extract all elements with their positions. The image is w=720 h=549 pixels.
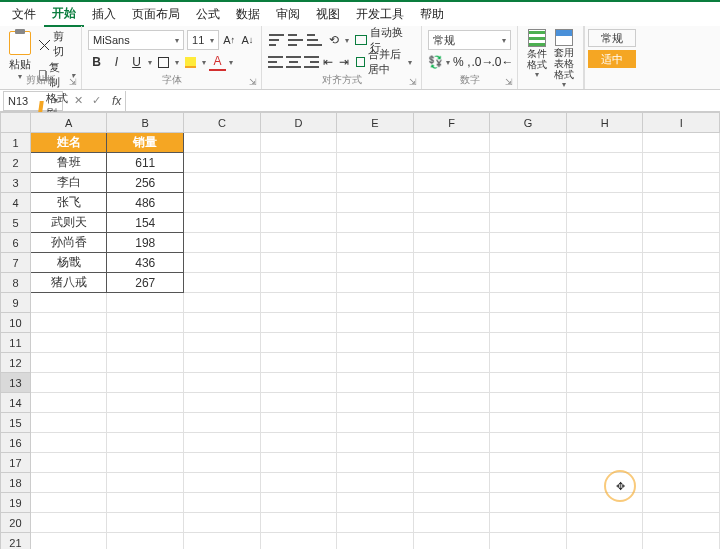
cell-E9[interactable] bbox=[337, 293, 414, 313]
comma-button[interactable]: , bbox=[467, 53, 471, 71]
cell-B1[interactable]: 销量 bbox=[107, 133, 184, 153]
cell-B17[interactable] bbox=[107, 453, 184, 473]
cell-D9[interactable] bbox=[260, 293, 337, 313]
align-right-button[interactable] bbox=[304, 53, 319, 71]
align-bottom-button[interactable] bbox=[307, 31, 323, 49]
cell-G5[interactable] bbox=[490, 213, 567, 233]
cell-G19[interactable] bbox=[490, 493, 567, 513]
cell-I16[interactable] bbox=[643, 433, 720, 453]
currency-button[interactable]: 💱 bbox=[428, 53, 443, 71]
row-header-8[interactable]: 8 bbox=[1, 273, 31, 293]
row-header-11[interactable]: 11 bbox=[1, 333, 31, 353]
cell-F21[interactable] bbox=[413, 533, 490, 550]
cell-C15[interactable] bbox=[184, 413, 261, 433]
menu-page-layout[interactable]: 页面布局 bbox=[124, 3, 188, 26]
cell-I1[interactable] bbox=[643, 133, 720, 153]
cell-I4[interactable] bbox=[643, 193, 720, 213]
cell-B5[interactable]: 154 bbox=[107, 213, 184, 233]
cell-E2[interactable] bbox=[337, 153, 414, 173]
cell-I21[interactable] bbox=[643, 533, 720, 550]
border-button[interactable] bbox=[155, 53, 172, 71]
cell-E12[interactable] bbox=[337, 353, 414, 373]
cell-E3[interactable] bbox=[337, 173, 414, 193]
cell-D14[interactable] bbox=[260, 393, 337, 413]
font-name-select[interactable]: MiSans▾ bbox=[88, 30, 184, 50]
menu-help[interactable]: 帮助 bbox=[412, 3, 452, 26]
align-middle-button[interactable] bbox=[287, 31, 303, 49]
cell-I13[interactable] bbox=[643, 373, 720, 393]
cell-F4[interactable] bbox=[413, 193, 490, 213]
cell-A6[interactable]: 孙尚香 bbox=[30, 233, 107, 253]
cell-H11[interactable] bbox=[566, 333, 643, 353]
cell-B15[interactable] bbox=[107, 413, 184, 433]
cell-G21[interactable] bbox=[490, 533, 567, 550]
col-header-H[interactable]: H bbox=[566, 113, 643, 133]
cell-E18[interactable] bbox=[337, 473, 414, 493]
cut-button[interactable]: 剪切 bbox=[39, 29, 76, 59]
cell-F13[interactable] bbox=[413, 373, 490, 393]
menu-data[interactable]: 数据 bbox=[228, 3, 268, 26]
align-center-button[interactable] bbox=[286, 53, 301, 71]
cell-E11[interactable] bbox=[337, 333, 414, 353]
row-header-1[interactable]: 1 bbox=[1, 133, 31, 153]
cell-F18[interactable] bbox=[413, 473, 490, 493]
cell-F14[interactable] bbox=[413, 393, 490, 413]
cell-H4[interactable] bbox=[566, 193, 643, 213]
cell-B20[interactable] bbox=[107, 513, 184, 533]
cell-F7[interactable] bbox=[413, 253, 490, 273]
cell-G17[interactable] bbox=[490, 453, 567, 473]
cell-D12[interactable] bbox=[260, 353, 337, 373]
cell-I12[interactable] bbox=[643, 353, 720, 373]
row-header-6[interactable]: 6 bbox=[1, 233, 31, 253]
cell-F20[interactable] bbox=[413, 513, 490, 533]
cell-C20[interactable] bbox=[184, 513, 261, 533]
cell-G10[interactable] bbox=[490, 313, 567, 333]
cell-C10[interactable] bbox=[184, 313, 261, 333]
dialog-launcher-icon[interactable]: ⇲ bbox=[69, 77, 79, 87]
row-header-7[interactable]: 7 bbox=[1, 253, 31, 273]
cell-I9[interactable] bbox=[643, 293, 720, 313]
row-header-20[interactable]: 20 bbox=[1, 513, 31, 533]
cell-F12[interactable] bbox=[413, 353, 490, 373]
cell-B6[interactable]: 198 bbox=[107, 233, 184, 253]
cell-F16[interactable] bbox=[413, 433, 490, 453]
row-header-3[interactable]: 3 bbox=[1, 173, 31, 193]
cell-B13[interactable] bbox=[107, 373, 184, 393]
cell-E21[interactable] bbox=[337, 533, 414, 550]
cell-H10[interactable] bbox=[566, 313, 643, 333]
cell-E13[interactable] bbox=[337, 373, 414, 393]
menu-dev[interactable]: 开发工具 bbox=[348, 3, 412, 26]
cell-E15[interactable] bbox=[337, 413, 414, 433]
cell-D2[interactable] bbox=[260, 153, 337, 173]
cell-D7[interactable] bbox=[260, 253, 337, 273]
cell-G9[interactable] bbox=[490, 293, 567, 313]
dialog-launcher-icon[interactable]: ⇲ bbox=[505, 77, 515, 87]
row-header-9[interactable]: 9 bbox=[1, 293, 31, 313]
cell-G6[interactable] bbox=[490, 233, 567, 253]
cell-H1[interactable] bbox=[566, 133, 643, 153]
select-all-corner[interactable] bbox=[1, 113, 31, 133]
dialog-launcher-icon[interactable]: ⇲ bbox=[409, 77, 419, 87]
cell-B11[interactable] bbox=[107, 333, 184, 353]
cell-H15[interactable] bbox=[566, 413, 643, 433]
cell-H5[interactable] bbox=[566, 213, 643, 233]
cell-G11[interactable] bbox=[490, 333, 567, 353]
cell-A13[interactable] bbox=[30, 373, 107, 393]
cell-H20[interactable] bbox=[566, 513, 643, 533]
cell-E19[interactable] bbox=[337, 493, 414, 513]
fx-icon[interactable]: fx bbox=[108, 94, 125, 108]
cell-G13[interactable] bbox=[490, 373, 567, 393]
cell-C9[interactable] bbox=[184, 293, 261, 313]
cell-E8[interactable] bbox=[337, 273, 414, 293]
cell-D1[interactable] bbox=[260, 133, 337, 153]
cell-A21[interactable] bbox=[30, 533, 107, 550]
cell-G14[interactable] bbox=[490, 393, 567, 413]
cell-I14[interactable] bbox=[643, 393, 720, 413]
row-header-18[interactable]: 18 bbox=[1, 473, 31, 493]
cell-I6[interactable] bbox=[643, 233, 720, 253]
col-header-G[interactable]: G bbox=[490, 113, 567, 133]
cell-F5[interactable] bbox=[413, 213, 490, 233]
row-header-16[interactable]: 16 bbox=[1, 433, 31, 453]
menu-file[interactable]: 文件 bbox=[4, 3, 44, 26]
cell-style-moderate[interactable]: 适中 bbox=[588, 50, 636, 68]
